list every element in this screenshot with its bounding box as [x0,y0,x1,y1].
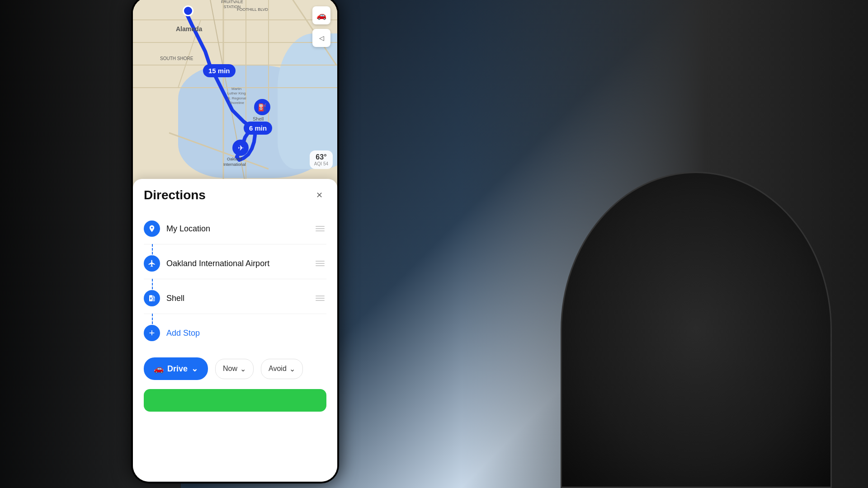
panel-header: Directions ✕ [144,188,326,202]
my-location-label: My Location [166,224,314,234]
connector-2 [152,279,153,293]
avoid-button[interactable]: Avoid ⌄ [261,359,303,379]
close-button[interactable]: ✕ [312,188,326,202]
time-bubble-6min: 6 min [244,122,272,135]
stop-item-my-location[interactable]: My Location [144,213,326,244]
airport-drag-handle[interactable] [314,259,326,268]
airport-label: Oakland International Airport [166,259,314,268]
avoid-chevron: ⌄ [289,365,295,373]
steering-wheel [561,172,832,488]
map-label-alameda: Alameda [176,25,202,33]
map-label-oakland-intl: OaklandInternational [223,157,246,167]
avoid-label: Avoid [269,365,287,373]
map-label-foothill: FOOTHILL BLVD [237,7,268,12]
panel-title: Directions [144,188,206,202]
go-button-bar[interactable] [144,389,326,412]
shell-drag-handle[interactable] [314,294,326,303]
stop-item-add-stop[interactable]: + Add Stop [144,318,326,348]
weather-badge: 63° AQI 54 [310,150,333,169]
map-area[interactable]: ✈ ⛽ 15 min 6 min Alameda SOUTH SHORE She… [133,0,337,187]
now-chevron: ⌄ [240,365,246,373]
add-stop-label[interactable]: Add Stop [166,328,326,338]
now-label: Now [223,365,237,373]
drive-chevron: ⌄ [191,364,198,374]
now-button[interactable]: Now ⌄ [215,359,254,379]
stop-item-oakland-airport[interactable]: Oakland International Airport [144,248,326,279]
stop-list: My Location [144,213,326,348]
aqi-label: AQI 54 [314,161,328,166]
drive-button[interactable]: 🚗 Drive ⌄ [144,357,208,380]
shell-label: Shell [166,294,314,303]
connector-3 [152,314,153,328]
my-location-drag-handle[interactable] [314,224,326,233]
gas-station-map-icon[interactable]: ⛽ [254,99,270,115]
drive-label: Drive [167,364,188,374]
phone-screen: ✈ ⛽ 15 min 6 min Alameda SOUTH SHORE She… [133,0,337,482]
start-location-pin [183,5,193,16]
phone-container: ✈ ⛽ 15 min 6 min Alameda SOUTH SHORE She… [131,0,353,488]
location-icon [144,221,160,237]
drive-car-icon: 🚗 [154,364,164,374]
time-bubble-15min: 15 min [203,64,236,77]
bottom-controls: 🚗 Drive ⌄ Now ⌄ Avoid ⌄ [144,357,326,380]
connector-1 [152,244,153,258]
airport-map-icon[interactable]: ✈ [232,140,249,156]
stop-item-shell[interactable]: Shell [144,283,326,314]
compass-button[interactable]: ◁ [312,29,330,47]
map-label-southshore: SOUTH SHORE [160,56,193,61]
car-icon-button[interactable]: 🚗 [312,6,330,24]
map-label-mlk: MartinLuther KingJr. RegionalShoreline [227,87,246,106]
map-label-shell: Shell [253,116,264,122]
temperature: 63° [314,153,328,161]
directions-panel: Directions ✕ My Location [133,179,337,482]
phone-frame: ✈ ⛽ 15 min 6 min Alameda SOUTH SHORE She… [131,0,339,483]
